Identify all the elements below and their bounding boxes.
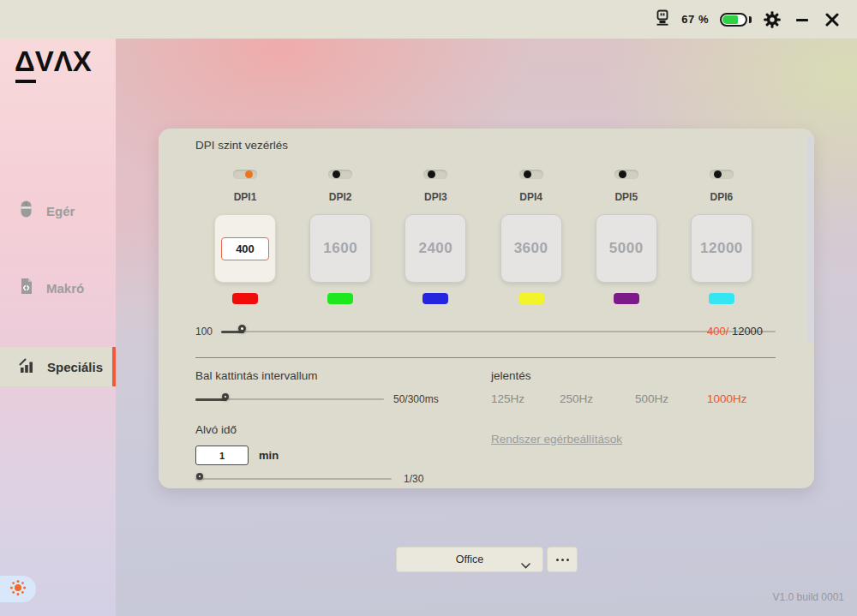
dpi4-color-swatch [518, 293, 544, 304]
battery-percent: 67 % [681, 13, 709, 26]
sidebar-item-macro[interactable]: Makró [0, 268, 116, 308]
report-rate-500hz[interactable]: 500Hz [635, 392, 668, 405]
sleep-slider-range: 1/30 [404, 473, 423, 485]
dpi2-value: 1600 [323, 240, 357, 257]
dpi6-label: DPI6 [710, 191, 734, 203]
left-click-slider-handle[interactable] [222, 393, 229, 400]
battery-fill [722, 15, 738, 24]
brand-logo: ΔVΛX [15, 45, 92, 78]
left-click-interval-label: Bal kattintás intervallum [195, 369, 318, 382]
dpi5-label: DPI5 [614, 191, 638, 203]
minimize-button[interactable] [793, 10, 812, 29]
more-options-button[interactable] [547, 547, 578, 572]
ellipsis-icon [556, 559, 559, 561]
report-rate-250hz[interactable]: 250Hz [560, 392, 593, 405]
dpi3-card[interactable]: 2400 [405, 214, 466, 283]
sun-icon [9, 579, 27, 600]
battery-nub [749, 16, 752, 23]
dpi6-card[interactable]: 12000 [691, 214, 752, 283]
toggle-dot [619, 170, 626, 178]
close-button[interactable] [823, 10, 842, 29]
dpi-slider-track[interactable] [221, 331, 776, 332]
dpi1-toggle[interactable] [233, 170, 257, 179]
dpi2-card[interactable]: 1600 [309, 214, 371, 283]
report-rate-label: jelentés [491, 369, 531, 382]
titlebar: 67 % [0, 0, 857, 39]
dpi1-label: DPI1 [234, 191, 257, 203]
dpi-max-value: 12000 [728, 325, 763, 338]
toggle-dot [428, 170, 435, 178]
toggle-dot [714, 170, 722, 178]
ellipsis-icon [566, 559, 569, 561]
left-click-interval-value: 50/300ms [393, 393, 439, 405]
mouse-icon [18, 200, 34, 222]
dpi-slider-value: 400/ 12000 [707, 325, 763, 338]
dpi-slider-handle[interactable] [238, 325, 246, 332]
gear-icon[interactable] [763, 10, 782, 29]
system-mouse-settings-link[interactable]: Rendszer egérbeállítások [491, 433, 622, 446]
sidebar: ΔVΛX Egér Makró [0, 39, 116, 616]
dpi5-color-swatch [614, 293, 639, 304]
dpi1-color-swatch [232, 293, 258, 304]
settings-panel: DPI szint vezérlés DPI1 DPI2 1600 [159, 129, 814, 488]
theme-toggle[interactable] [0, 576, 36, 602]
dpi-column-4: DPI4 3600 [496, 170, 566, 304]
section-divider [195, 357, 776, 358]
dpi-current-value: 400/ [707, 325, 728, 338]
dpi4-value: 3600 [514, 240, 548, 257]
toggle-dot [245, 170, 253, 178]
dpi2-toggle[interactable] [328, 170, 352, 179]
report-rate-125hz[interactable]: 125Hz [491, 392, 524, 405]
dpi5-card[interactable]: 5000 [596, 214, 657, 283]
version-label: V1.0 build 0001 [773, 591, 844, 603]
main-content: DPI szint vezérlés DPI1 DPI2 1600 [116, 39, 857, 616]
macro-file-icon [18, 277, 34, 299]
dpi3-label: DPI3 [424, 191, 447, 203]
sleep-time-label: Alvó idő [195, 423, 237, 436]
dpi5-toggle[interactable] [614, 170, 638, 179]
panel-title: DPI szint vezérlés [195, 139, 288, 152]
dpi-column-3: DPI3 2400 [400, 170, 470, 304]
dpi-column-1: DPI1 [210, 170, 280, 304]
sidebar-item-label: Speciális [47, 360, 103, 374]
profile-selected-value: Office [456, 553, 483, 565]
logo-text: ΔVΛX [15, 45, 92, 77]
dpi6-value: 12000 [700, 240, 743, 257]
panel-scrollbar[interactable] [807, 135, 814, 343]
dpi5-value: 5000 [609, 240, 644, 257]
dpi-column-6: DPI6 12000 [686, 170, 757, 304]
dpi3-toggle[interactable] [423, 170, 447, 179]
dpi3-value: 2400 [418, 240, 452, 257]
sidebar-item-label: Makró [46, 281, 84, 296]
toggle-dot [524, 170, 531, 178]
battery-icon [720, 13, 747, 27]
dpi4-label: DPI4 [519, 191, 542, 203]
profile-select[interactable]: Office [396, 547, 543, 572]
sidebar-item-mouse[interactable]: Egér [0, 191, 116, 230]
dpi-grid: DPI1 DPI2 1600 DPI3 [210, 170, 757, 304]
sidebar-item-advanced[interactable]: Speciális [0, 347, 116, 386]
sleep-slider-track[interactable] [195, 478, 392, 480]
dpi-column-5: DPI5 5000 [591, 170, 662, 304]
titlebar-tray: 67 % [655, 9, 857, 30]
logo-underline [15, 80, 36, 83]
sidebar-item-label: Egér [46, 204, 75, 218]
dpi6-color-swatch [709, 293, 734, 304]
dpi2-label: DPI2 [329, 191, 352, 203]
toggle-dot [333, 170, 340, 178]
sleep-time-unit: min [259, 449, 279, 462]
dpi4-card[interactable]: 3600 [500, 214, 562, 283]
report-rate-1000hz[interactable]: 1000Hz [707, 392, 747, 405]
dpi3-color-swatch [423, 293, 448, 304]
dpi-column-2: DPI2 1600 [305, 170, 375, 304]
sleep-time-input[interactable] [195, 446, 249, 465]
ellipsis-icon [561, 559, 564, 561]
sleep-slider-handle[interactable] [196, 473, 203, 480]
dpi1-value-input[interactable] [221, 237, 269, 260]
dpi4-toggle[interactable] [519, 170, 543, 179]
stats-icon [18, 356, 35, 377]
usb-receiver-icon [655, 9, 670, 30]
app-window: 67 % [0, 0, 857, 616]
dpi1-card[interactable] [214, 214, 276, 283]
dpi6-toggle[interactable] [710, 170, 734, 179]
